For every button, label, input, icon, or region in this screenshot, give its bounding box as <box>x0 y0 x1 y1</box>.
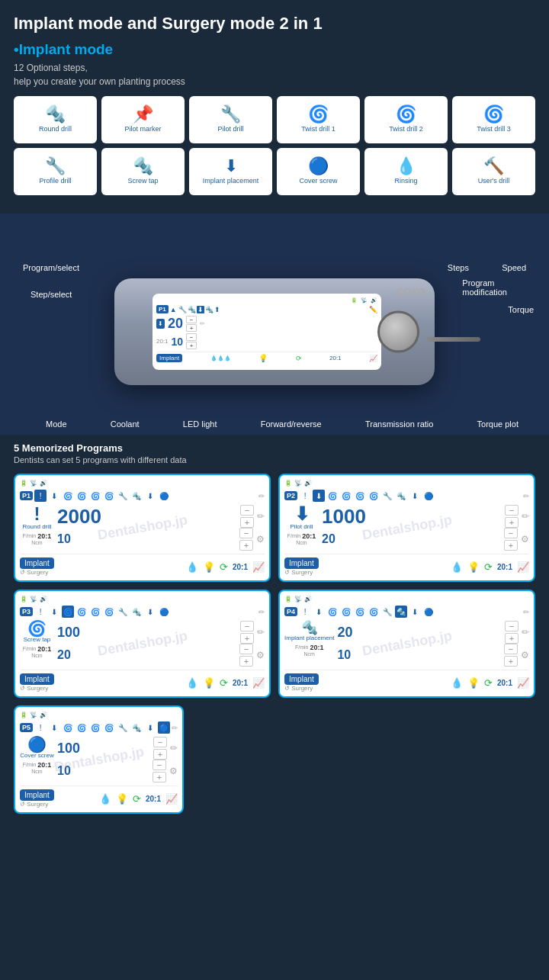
drill-item-7: 🔩Screw tap <box>101 148 185 195</box>
prog-icon-8: ⬇ <box>409 490 421 502</box>
speed-controls[interactable]: − + <box>240 505 254 528</box>
speed-minus[interactable]: − <box>505 621 518 631</box>
torque-controls[interactable]: − + <box>239 644 253 667</box>
label-torque-plot: Torque plot <box>477 419 518 429</box>
settings-icon[interactable]: ⚙ <box>256 534 265 545</box>
edit-icon[interactable]: ✏ <box>523 608 529 616</box>
mode-section: Implant ↺ Surgery <box>20 789 54 808</box>
torque-row: 10 − + ⚙ <box>57 528 265 551</box>
speed-plus[interactable]: + <box>505 517 518 528</box>
card-left-info: 🔵 Cover screw F/min 20:1 Ncm <box>20 737 54 774</box>
drill-item-9: 🔵Cover screw <box>277 148 360 195</box>
ratio-display: 20:1 <box>497 679 512 687</box>
edit-icon[interactable]: ✏ <box>258 492 265 500</box>
card-torque: 20 <box>322 533 501 545</box>
card-drill-symbol: 🌀 <box>27 621 47 636</box>
card-main-row: 🔩 Implant placement F/min 20:1 Ncm 20 − … <box>284 621 529 667</box>
speed-plus[interactable]: + <box>505 633 518 644</box>
card-ratio-row: F/min 20:1 <box>295 644 324 651</box>
card-drill-name: Screw tap <box>24 636 51 644</box>
ratio-display: 20:1 <box>233 563 248 571</box>
speed-plus[interactable]: + <box>153 749 167 760</box>
torque-controls[interactable]: − + <box>152 760 166 782</box>
prog-icon-9: 🔵 <box>158 721 170 734</box>
speed-plus[interactable]: + <box>240 517 254 528</box>
card-speed: 100 <box>57 625 237 639</box>
speed-controls[interactable]: − + <box>505 621 518 644</box>
label-torque: Torque <box>508 305 534 314</box>
speed-controls[interactable]: − + <box>240 621 254 644</box>
drill-label-8: Implant placement <box>203 177 259 185</box>
prog-icon-3: 🌀 <box>75 490 88 502</box>
torque-row: 10 − + ⚙ <box>337 644 529 667</box>
light-icon: 💡 <box>467 561 480 573</box>
prog-icon-9: 🔵 <box>158 606 170 618</box>
speed-minus[interactable]: − <box>505 505 518 516</box>
torque-minus[interactable]: − <box>239 644 253 654</box>
card-bottom-row: Implant ↺ Surgery 💧 💡 ⟳ 20:1 📈 <box>20 670 265 692</box>
device-knob[interactable] <box>377 311 419 353</box>
card-ratio: 20:1 <box>37 532 51 540</box>
label-transmission-ratio: Transmission ratio <box>365 419 433 429</box>
mode-section: Implant ↺ Surgery <box>20 557 54 576</box>
bottom-icons: 💧 💡 ⟳ 20:1 📈 <box>451 677 529 689</box>
card-torque: 10 <box>57 533 236 545</box>
torque-minus[interactable]: − <box>504 528 518 538</box>
torque-minus[interactable]: − <box>239 528 253 538</box>
torque-controls[interactable]: − + <box>504 644 518 667</box>
prog-id-P5: P5 <box>20 723 33 732</box>
bottom-icons: 💧 💡 ⟳ 20:1 📈 <box>186 561 265 573</box>
torque-controls[interactable]: − + <box>239 528 253 551</box>
settings-icon[interactable]: ⚙ <box>521 650 529 660</box>
card-ratio-row: F/min 20:1 <box>23 761 52 769</box>
card-speed: 1000 <box>322 506 502 526</box>
speed-plus[interactable]: + <box>240 633 254 644</box>
settings-icon[interactable]: ⚙ <box>521 534 529 545</box>
edit-icon[interactable]: ✏ <box>172 724 178 732</box>
mode-sub: ↺ Surgery <box>20 801 54 808</box>
mode-button[interactable]: Implant <box>20 789 54 801</box>
edit-icon[interactable]: ✏ <box>258 608 265 616</box>
mode-button[interactable]: Implant <box>284 673 319 685</box>
mode-button[interactable]: Implant <box>284 557 319 569</box>
drill-label-10: Rinsing <box>394 177 417 185</box>
torque-controls[interactable]: − + <box>504 528 518 551</box>
subtitle: 12 Optional steps, help you create your … <box>14 61 535 88</box>
mode-section: Implant ↺ Surgery <box>20 673 54 692</box>
prog-icon-0: ! <box>299 606 311 618</box>
card-torque: 20 <box>57 649 236 661</box>
speed-minus[interactable]: − <box>240 621 254 631</box>
card-drill-name: Cover screw <box>20 752 53 760</box>
device-section: Program/select Step/select COXO 🔋 📡 🔊 P1… <box>0 214 549 435</box>
card-values: 20 − + ✏ 10 − + ⚙ <box>337 621 529 667</box>
card-status-icons: 🔋 📡 🔊 <box>284 596 312 602</box>
torque-minus[interactable]: − <box>152 760 166 770</box>
label-program-mod: Programmodification <box>462 278 507 297</box>
card-top-bar: 🔋 📡 🔊 <box>20 596 265 602</box>
prog-icon-7: 🔩 <box>130 606 143 618</box>
card-main-row: 🌀 Screw tap F/min 20:1 Ncm 100 − + ✏ <box>20 621 265 667</box>
card-bottom-row: Implant ↺ Surgery 💧 💡 ⟳ 20:1 📈 <box>284 554 529 576</box>
edit-icon[interactable]: ✏ <box>523 492 529 500</box>
speed-minus[interactable]: − <box>153 737 167 747</box>
speed-minus[interactable]: − <box>240 505 254 516</box>
prog-icon-7: 🔩 <box>395 490 407 502</box>
speed-controls[interactable]: − + <box>505 505 518 528</box>
program-card-P3: Dentalshop.jp 🔋 📡 🔊 P3 !⬇🌀🌀🌀🌀🔧🔩⬇🔵 ✏ 🌀 Sc… <box>14 590 271 698</box>
card-ratio: 20:1 <box>37 761 51 769</box>
prog-icon-7: 🔩 <box>395 606 407 618</box>
mode-button[interactable]: Implant <box>20 673 54 685</box>
settings-icon[interactable]: ⚙ <box>169 766 178 776</box>
torque-plus[interactable]: + <box>504 656 518 667</box>
torque-plus[interactable]: + <box>152 772 166 782</box>
torque-plus[interactable]: + <box>239 540 253 551</box>
settings-icon[interactable]: ⚙ <box>256 650 265 660</box>
mode-button[interactable]: Implant <box>20 557 54 569</box>
speed-controls[interactable]: − + <box>153 737 167 760</box>
card-top-bar: 🔋 📡 🔊 <box>20 712 178 718</box>
drill-item-11: 🔨User's drill <box>452 148 535 195</box>
mode-sub: ↺ Surgery <box>284 685 319 692</box>
torque-plus[interactable]: + <box>504 540 518 551</box>
torque-plus[interactable]: + <box>239 656 253 667</box>
torque-minus[interactable]: − <box>504 644 518 654</box>
